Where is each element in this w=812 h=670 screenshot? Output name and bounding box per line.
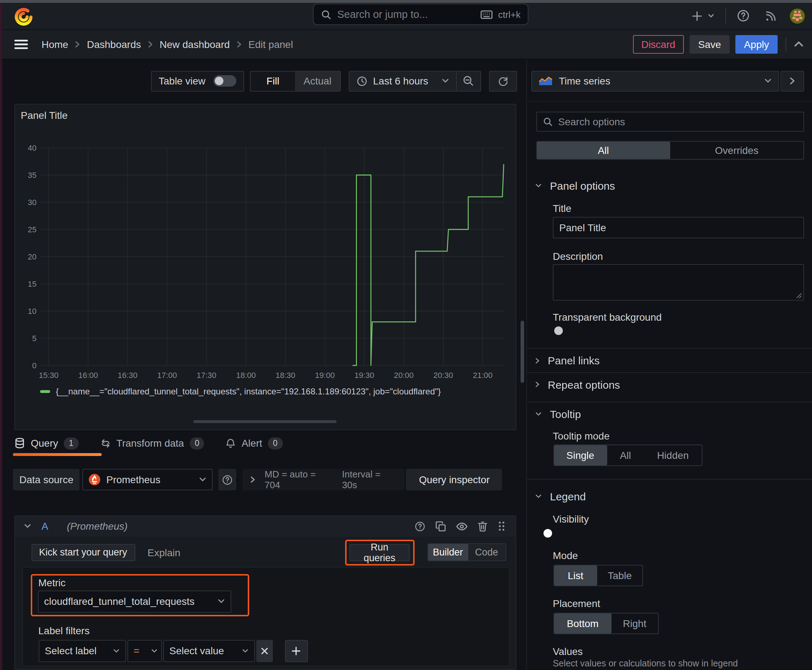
- tooltip-mode-all[interactable]: All: [607, 445, 644, 465]
- datasource-help-button[interactable]: [219, 469, 237, 490]
- save-button[interactable]: Save: [690, 35, 730, 53]
- topbar-divider: [726, 8, 726, 24]
- panel-links-heading: Panel links: [548, 354, 600, 367]
- user-avatar[interactable]: [790, 8, 805, 24]
- panel-links-chevron-right-icon: [535, 357, 540, 364]
- panel-options-header[interactable]: Panel options: [535, 180, 615, 192]
- svg-text:0: 0: [32, 361, 37, 370]
- code-option[interactable]: Code: [468, 544, 505, 560]
- news-rss-icon[interactable]: [765, 10, 777, 22]
- main-scrollbar[interactable]: [520, 321, 524, 383]
- description-textarea[interactable]: [553, 264, 804, 301]
- options-search-icon: [542, 117, 553, 127]
- tab-transform[interactable]: Transform data 0: [100, 437, 204, 449]
- grafana-logo[interactable]: [14, 7, 33, 25]
- metric-value: cloudflared_tunnel_total_requests: [44, 596, 194, 607]
- drag-grip-icon[interactable]: [498, 521, 505, 532]
- select-value-dropdown[interactable]: Select value: [163, 640, 254, 662]
- legend-mode-list[interactable]: List: [554, 565, 597, 585]
- collapse-options-chevron-up-icon[interactable]: [794, 41, 804, 47]
- textarea-resize-grip-icon[interactable]: [795, 291, 802, 298]
- breadcrumb-new-dashboard[interactable]: New dashboard: [160, 39, 230, 50]
- visualization-name: Time series: [559, 76, 610, 87]
- time-range-picker[interactable]: Last 6 hours: [349, 71, 456, 91]
- svg-text:30: 30: [28, 198, 37, 207]
- options-sidebar: Time series Search options All Overrides: [526, 58, 812, 670]
- datasource-select[interactable]: Prometheus: [83, 469, 213, 490]
- time-series-chart[interactable]: 051015202530354015:3016:0016:3017:0017:3…: [15, 105, 515, 430]
- panel-title-input[interactable]: Panel Title: [553, 217, 804, 239]
- kickstart-query-button[interactable]: Kick start your query: [31, 544, 135, 561]
- pane-resize-handle[interactable]: [193, 420, 337, 423]
- delete-query-trash-icon[interactable]: [478, 521, 488, 532]
- legend-series-label[interactable]: {__name__="cloudflared_tunnel_total_requ…: [56, 387, 441, 397]
- tooltip-heading: Tooltip: [550, 408, 581, 420]
- actual-option[interactable]: Actual: [295, 71, 340, 91]
- query-collapse-chevron-down-icon[interactable]: [24, 524, 32, 530]
- query-help-icon[interactable]: [415, 521, 425, 532]
- legend-chevron-down-icon: [535, 494, 542, 499]
- duplicate-query-icon[interactable]: [436, 521, 446, 532]
- select-value-placeholder: Select value: [170, 645, 224, 656]
- search-options-input[interactable]: Search options: [536, 112, 804, 132]
- help-icon[interactable]: [737, 10, 750, 22]
- select-label-dropdown[interactable]: Select label: [38, 640, 125, 662]
- tooltip-mode-hidden[interactable]: Hidden: [644, 445, 702, 465]
- options-tab-overrides[interactable]: Overrides: [670, 142, 804, 159]
- tab-alert-count: 0: [268, 437, 283, 449]
- datasource-label: Data source: [13, 469, 80, 490]
- fill-option[interactable]: Fill: [251, 71, 295, 91]
- tab-alert[interactable]: Alert 0: [226, 437, 283, 449]
- legend-mode-label: Mode: [553, 549, 578, 561]
- options-tab-all[interactable]: All: [537, 142, 670, 159]
- apply-button[interactable]: Apply: [736, 35, 778, 53]
- run-queries-button[interactable]: Run queries: [349, 544, 410, 561]
- metric-label: Metric: [38, 577, 66, 589]
- metric-select[interactable]: cloudflared_tunnel_total_requests: [37, 590, 231, 612]
- add-filter-plus-button[interactable]: [285, 640, 308, 662]
- search-placeholder: Search or jump to...: [337, 8, 428, 20]
- query-row-header[interactable]: A (Prometheus): [15, 516, 515, 537]
- tab-alert-label: Alert: [242, 437, 263, 449]
- search-input[interactable]: Search or jump to... ctrl+k: [313, 3, 529, 25]
- description-field-label: Description: [553, 250, 603, 262]
- breadcrumb-dashboards[interactable]: Dashboards: [87, 39, 141, 50]
- breadcrumb-edit-panel: Edit panel: [249, 39, 293, 50]
- legend-section-header[interactable]: Legend: [535, 490, 586, 503]
- panel-title-value: Panel Title: [559, 222, 606, 233]
- tooltip-mode-single[interactable]: Single: [554, 445, 607, 465]
- tab-query[interactable]: Query 1: [14, 437, 78, 449]
- svg-text:19:00: 19:00: [315, 371, 335, 380]
- breadcrumb-chevron-icon: [147, 41, 153, 48]
- repeat-options-header[interactable]: Repeat options: [535, 378, 620, 391]
- breadcrumb-home[interactable]: Home: [42, 39, 68, 50]
- collapse-sidebar-button[interactable]: [780, 71, 804, 91]
- discard-button[interactable]: Discard: [632, 35, 684, 53]
- visualization-picker[interactable]: Time series: [531, 71, 779, 91]
- query-row-actions: [415, 521, 505, 532]
- operator-chevron-down-icon: [151, 648, 157, 653]
- add-button[interactable]: [691, 10, 703, 22]
- legend-values-hint: Select values or calculations to show in…: [553, 658, 738, 668]
- query-options-summary[interactable]: MD = auto = 704 Interval = 30s: [243, 469, 405, 490]
- add-chevron-down-icon[interactable]: [707, 12, 715, 20]
- zoom-out-button[interactable]: [456, 71, 480, 91]
- builder-option[interactable]: Builder: [428, 544, 468, 560]
- operator-dropdown[interactable]: =: [127, 640, 161, 662]
- toggle-visibility-eye-icon[interactable]: [456, 522, 468, 531]
- tooltip-section-header[interactable]: Tooltip: [535, 408, 581, 420]
- table-view-toggle[interactable]: [213, 76, 236, 87]
- svg-text:16:30: 16:30: [118, 371, 137, 380]
- menu-hamburger-icon[interactable]: [14, 39, 28, 49]
- query-inspector-button[interactable]: Query inspector: [406, 469, 502, 490]
- legend-mode-table[interactable]: Table: [597, 565, 642, 585]
- refresh-button[interactable]: [489, 71, 517, 91]
- fill-actual-segment: Fill Actual: [250, 71, 341, 91]
- legend-placement-right[interactable]: Right: [612, 613, 658, 633]
- section-divider: [527, 479, 812, 480]
- legend-placement-bottom[interactable]: Bottom: [554, 613, 612, 633]
- select-label-placeholder: Select label: [45, 645, 97, 656]
- panel-links-header[interactable]: Panel links: [535, 354, 600, 367]
- remove-filter-close-icon[interactable]: [256, 640, 273, 662]
- keyboard-icon: [480, 10, 492, 19]
